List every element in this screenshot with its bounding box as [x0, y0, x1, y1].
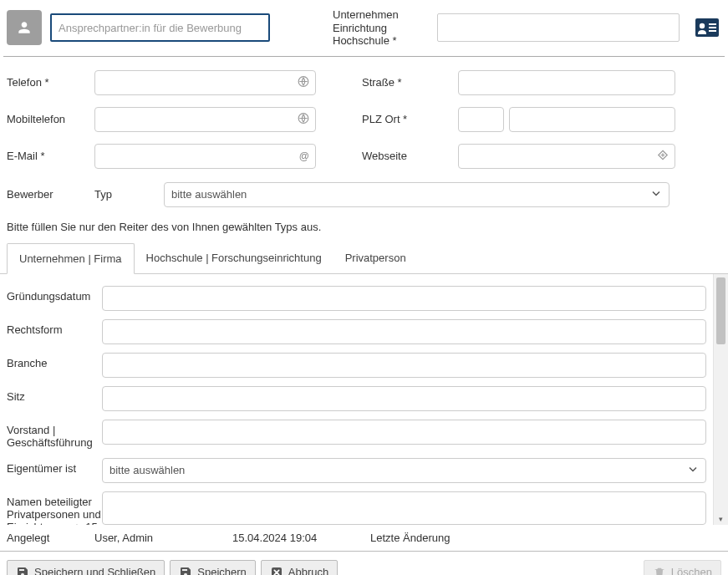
eigentuemer-select[interactable]: bitte auswählen: [102, 458, 706, 483]
svg-rect-3: [709, 27, 716, 28]
eigentuemer-label: Eigentümer ist: [7, 458, 102, 476]
beteiligte-label: Namen beteiligter Privatpersonen und Ein…: [7, 491, 102, 525]
trash-icon: [653, 566, 666, 575]
rechtsform-input[interactable]: [102, 319, 706, 344]
scrollbar-thumb[interactable]: [716, 277, 725, 344]
chevron-down-icon: [651, 188, 661, 201]
audit-row: Angelegt User, Admin 15.04.2024 19:04 Le…: [0, 525, 728, 552]
gruendungsdatum-input[interactable]: [102, 286, 706, 311]
tab-privatperson[interactable]: Privatperson: [333, 243, 418, 273]
svg-rect-4: [709, 30, 716, 32]
delete-button[interactable]: Löschen: [644, 560, 721, 575]
email-input[interactable]: [94, 144, 316, 169]
strasse-input[interactable]: [458, 70, 675, 95]
letzte-aenderung-label: Letzte Änderung: [370, 532, 487, 544]
cancel-button[interactable]: Abbruch: [261, 560, 338, 575]
sitz-label: Sitz: [7, 386, 102, 404]
avatar-button[interactable]: [7, 10, 42, 45]
sitz-input[interactable]: [102, 386, 706, 411]
ort-input[interactable]: [509, 107, 675, 132]
organization-input[interactable]: [437, 13, 680, 42]
gruendungsdatum-label: Gründungsdatum: [7, 286, 102, 303]
save-icon: [179, 566, 192, 575]
main-form: Telefon * Straße * Mobiltelefon PLZ Ort …: [0, 57, 728, 177]
svg-rect-2: [709, 23, 716, 25]
strasse-label: Straße *: [362, 76, 458, 89]
scrollbar[interactable]: ▾: [713, 274, 728, 525]
header-row: Unternehmen Einrichtung Hochschule *: [0, 0, 728, 56]
webseite-label: Webseite: [362, 150, 458, 162]
webseite-input[interactable]: [458, 144, 675, 169]
close-icon: [270, 566, 283, 575]
branche-label: Branche: [7, 353, 102, 370]
svg-rect-7: [272, 567, 282, 575]
bewerber-row: Bewerber Typ bitte auswählen: [0, 177, 728, 217]
typ-select[interactable]: bitte auswählen: [164, 182, 669, 207]
beteiligte-input[interactable]: [102, 491, 706, 525]
rechtsform-label: Rechtsform: [7, 319, 102, 337]
telefon-label: Telefon *: [7, 76, 94, 89]
save-close-icon: [16, 566, 29, 575]
svg-point-1: [700, 23, 705, 28]
angelegt-datetime: 15.04.2024 19:04: [232, 532, 370, 544]
chevron-down-icon: [688, 464, 698, 476]
vorstand-label: Vorstand | Geschäftsführung: [7, 420, 102, 450]
bewerber-label: Bewerber: [7, 188, 94, 201]
save-close-button[interactable]: Speichern und Schließen: [7, 560, 165, 575]
tab-unternehmen[interactable]: Unternehmen | Firma: [7, 243, 135, 274]
id-card-button[interactable]: [693, 13, 721, 42]
save-button[interactable]: Speichern: [170, 560, 256, 575]
button-bar: Speichern und Schließen Speichern Abbruc…: [0, 552, 728, 575]
person-icon: [16, 19, 33, 36]
id-card-icon: [695, 18, 719, 38]
tab-hochschule[interactable]: Hochschule | Forschungseinrichtung: [135, 243, 333, 273]
branche-input[interactable]: [102, 353, 706, 378]
plz-input[interactable]: [458, 107, 504, 132]
vorstand-input[interactable]: [102, 420, 706, 445]
mobiltelefon-input[interactable]: [94, 107, 316, 132]
tab-bar: Unternehmen | Firma Hochschule | Forschu…: [0, 243, 728, 274]
plzort-label: PLZ Ort *: [362, 113, 458, 125]
hint-text: Bitte füllen Sie nur den Reiter des von …: [0, 217, 728, 243]
angelegt-label: Angelegt: [7, 532, 94, 544]
organization-label: Unternehmen Einrichtung Hochschule *: [333, 8, 429, 48]
contact-person-input[interactable]: [50, 13, 270, 42]
telefon-input[interactable]: [94, 70, 316, 95]
mobiltelefon-label: Mobiltelefon: [7, 113, 94, 125]
email-label: E-Mail *: [7, 150, 94, 162]
scroll-area: Gründungsdatum Rechtsform Branche Sitz V…: [0, 274, 728, 525]
typ-label: Typ: [94, 188, 164, 201]
scrollbar-down-icon: ▾: [714, 515, 728, 523]
angelegt-user: User, Admin: [94, 532, 232, 544]
tab-content: Gründungsdatum Rechtsform Branche Sitz V…: [0, 274, 713, 525]
